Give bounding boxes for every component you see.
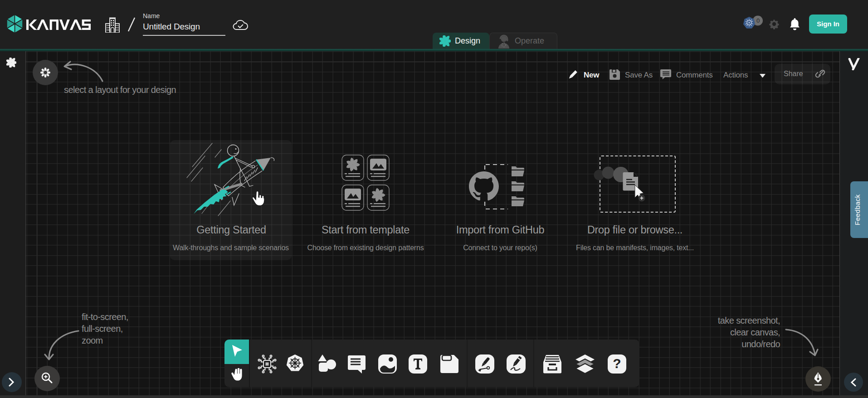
svg-text:?: ? xyxy=(613,356,621,371)
svg-text:0: 0 xyxy=(756,17,760,24)
